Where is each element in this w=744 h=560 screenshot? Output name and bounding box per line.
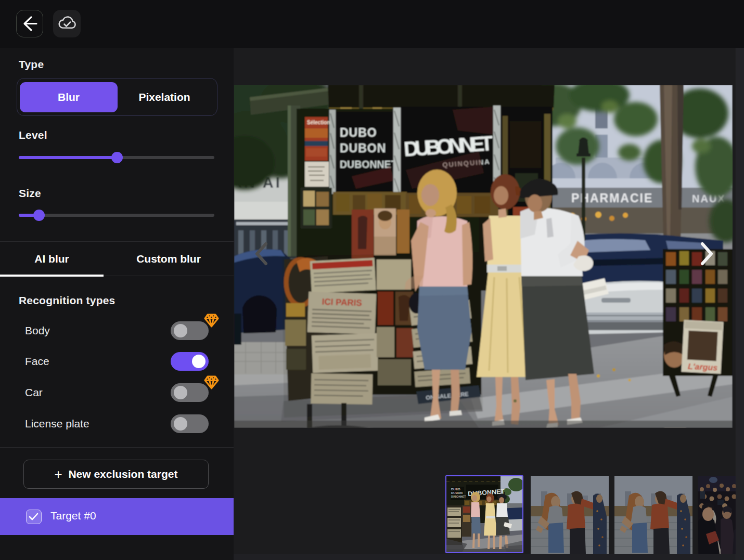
- svg-text:L'argus: L'argus: [688, 362, 718, 372]
- svg-text:DUBON: DUBON: [451, 491, 463, 494]
- svg-text:DUBO: DUBO: [451, 488, 460, 491]
- svg-text:DUBONNET: DUBONNET: [451, 495, 466, 498]
- svg-text:DUBO: DUBO: [340, 126, 377, 139]
- svg-text:DUBON: DUBON: [340, 141, 386, 155]
- svg-text:Sélection: Sélection: [307, 120, 330, 125]
